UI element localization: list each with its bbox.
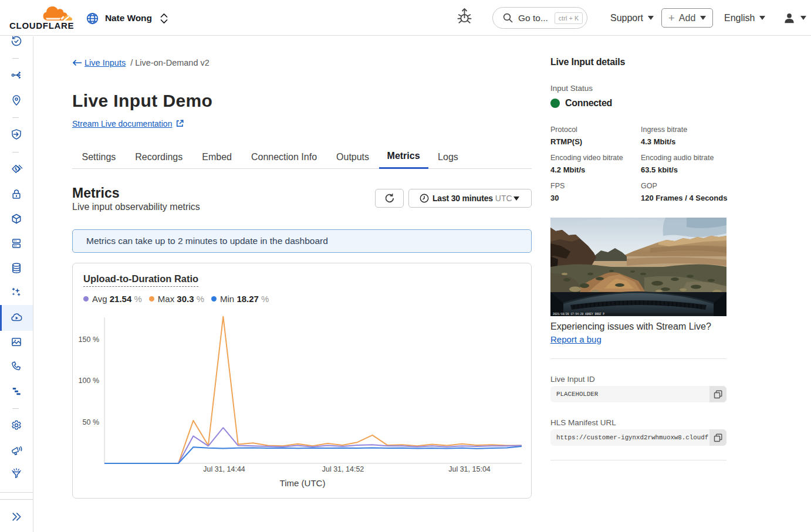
svg-text:150 %: 150 %	[79, 336, 99, 344]
svg-text:100 %: 100 %	[79, 377, 99, 385]
svg-text:Jul 31, 15:04: Jul 31, 15:04	[448, 465, 491, 473]
svg-text:Time (UTC): Time (UTC)	[280, 478, 326, 488]
svg-text:2021/10/20 17:54:29 A8KEY DROZ: 2021/10/20 17:54:29 A8KEY DROZ P	[553, 312, 604, 316]
svg-text:Jul 31, 14:52: Jul 31, 14:52	[322, 465, 364, 473]
svg-text:50 %: 50 %	[83, 418, 100, 426]
svg-text:Jul 31, 14:44: Jul 31, 14:44	[203, 465, 245, 473]
